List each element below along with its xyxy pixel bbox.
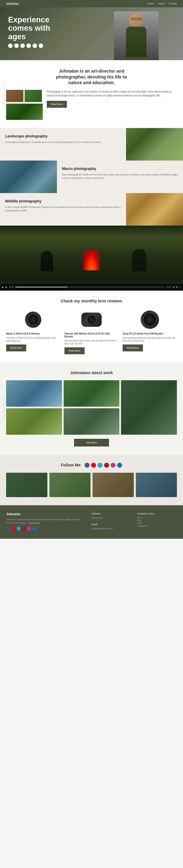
footer-brand-name: Johnatan: [6, 513, 85, 516]
footer-linkedin[interactable]: [33, 527, 37, 531]
footer-instagram[interactable]: [27, 527, 31, 531]
volume-icon[interactable]: 🔊: [172, 286, 175, 288]
cat-macro-desc: Many photographers today want to know ho…: [62, 173, 178, 180]
footer-brand-desc: Vestibulum id justo porta felis euismod.…: [6, 518, 85, 525]
work-item-3: [121, 380, 177, 435]
nav-contact[interactable]: Contact: [169, 2, 177, 5]
cat-landscape-title: Landscape photography: [5, 134, 121, 138]
lens-read-more-nikon[interactable]: Read More: [6, 344, 26, 351]
hero-social-facebook[interactable]: [8, 43, 12, 48]
nav-links: Home About Contact: [147, 2, 177, 5]
about-heading: Johnatan is an art-director and photogra…: [51, 68, 132, 86]
follow-me-section: Follow Me: [0, 455, 183, 505]
footer-link-blog[interactable]: Blog: [137, 519, 177, 522]
hero-social-twitter[interactable]: [20, 43, 25, 48]
footer-company-links-label: Company Links: [137, 513, 177, 515]
follow-instagram[interactable]: [111, 463, 116, 468]
category-landscape: Landscape photography Landscape photogra…: [0, 128, 183, 160]
nav-about[interactable]: About: [158, 2, 164, 5]
lens-title-tamron: Tamron 100-400mm f/4.5-6.3 Di VC USD Rev…: [64, 332, 119, 338]
lens-read-more-tamron[interactable]: Read More: [64, 347, 85, 354]
lens-title-sony: Sony FE 12-24mm f/2.8 GM Review: [123, 332, 177, 335]
lens-read-more-sony[interactable]: Read More: [123, 344, 143, 351]
footer-email-value: info@domainname.com: [92, 527, 131, 530]
navigation: Johnatan Home About Contact: [0, 0, 183, 7]
follow-img-1: [6, 473, 48, 497]
cat-landscape-image: [126, 128, 183, 160]
follow-linkedin[interactable]: [117, 463, 122, 468]
skip-button[interactable]: ⏭: [5, 286, 7, 288]
lens-desc-nikon: The Nikon Z 20mm f/1.8 S is a profession…: [6, 336, 60, 342]
video-section: ▶ ⏭ 10:44 17:35 🔊 ⚙ ⛶: [0, 225, 183, 290]
video-player: ▶ ⏭ 10:44 17:35 🔊 ⚙ ⛶: [0, 225, 183, 290]
footer-brand-col: Johnatan Vestibulum id justo porta felis…: [6, 513, 85, 531]
latest-work-section: Johnatans latest work See More: [0, 362, 183, 455]
follow-facebook[interactable]: [85, 463, 89, 468]
footer-address-value: Street name: [92, 517, 131, 520]
follow-youtube[interactable]: [91, 463, 96, 468]
lens-desc-tamron: Announced just eight months after the Si…: [64, 339, 119, 345]
cat-landscape-desc: Landscape photography is a popular genre…: [5, 141, 121, 144]
lens-card-sony: Sony FE 12-24mm f/2.8 GM Review Sony unv…: [123, 310, 177, 354]
follow-social-icons: [85, 463, 122, 468]
footer: Johnatan Vestibulum id justo porta felis…: [0, 505, 183, 539]
follow-pinterest[interactable]: [104, 463, 109, 468]
follow-img-2: [50, 473, 91, 497]
video-time-total: 17:35: [166, 286, 171, 288]
footer-youtube[interactable]: [11, 527, 16, 531]
about-images: [6, 90, 43, 120]
settings-icon[interactable]: ⚙: [176, 286, 178, 288]
footer-unsubscribe-link[interactable]: Unsubscribe: [29, 522, 40, 524]
read-more-button[interactable]: Read More: [47, 101, 67, 108]
follow-twitter[interactable]: [98, 463, 102, 468]
lens-barrel-tamron: [81, 313, 102, 327]
hero-social-instagram[interactable]: [33, 43, 37, 48]
hero-image: [114, 11, 159, 60]
lens-image-nikon: [6, 310, 60, 330]
nav-logo[interactable]: Johnatan: [6, 2, 19, 5]
landscape-photo: [126, 128, 183, 160]
footer-address-col: Address Street name Email info@domainnam…: [92, 513, 131, 531]
about-img-3: [6, 104, 43, 120]
categories-section: Landscape photography Landscape photogra…: [0, 128, 183, 225]
fullscreen-icon[interactable]: ⛶: [179, 286, 181, 288]
nav-home[interactable]: Home: [147, 2, 154, 5]
hero-social-links: [8, 43, 65, 48]
footer-link-home[interactable]: Home: [137, 517, 177, 519]
see-more-button[interactable]: See More: [74, 439, 109, 446]
hero-text-block: Experience comes with ages: [8, 16, 65, 48]
play-button[interactable]: ▶: [2, 286, 4, 288]
footer-columns: Johnatan Vestibulum id justo porta felis…: [6, 513, 177, 531]
hero-social-pinterest[interactable]: [26, 43, 31, 48]
hero-social-youtube[interactable]: [14, 43, 19, 48]
lens-card-nikon: Nikon Z 20mm f/1.8 S Review The Nikon Z …: [6, 310, 60, 354]
footer-link-shop[interactable]: Shop: [137, 522, 177, 524]
category-wildlife: Wildlife photography In this in-depth Wi…: [0, 193, 183, 225]
latest-work-heading: Johnatans latest work: [6, 371, 177, 375]
footer-social-icons: [6, 527, 85, 531]
cat-landscape-text: Landscape photography Landscape photogra…: [0, 128, 126, 160]
hero-social-linkedin[interactable]: [39, 43, 43, 48]
footer-link-contact[interactable]: Contact Us: [137, 525, 177, 527]
footer-facebook[interactable]: [6, 527, 10, 531]
cat-macro-image: [0, 160, 57, 193]
lens-barrel-sony: [141, 311, 159, 329]
about-body: Photography is the art, application and …: [47, 90, 177, 98]
footer-pinterest[interactable]: [22, 527, 26, 531]
cat-macro-text: Macro photography Many photographers tod…: [57, 160, 183, 193]
lens-grid: Nikon Z 20mm f/1.8 S Review The Nikon Z …: [6, 310, 177, 354]
cat-wildlife-image: [126, 193, 183, 225]
lens-desc-sony: Sony unveiled its high-end ultra-wide an…: [123, 336, 177, 342]
work-item-2: [64, 380, 120, 407]
macro-photo: [0, 160, 57, 193]
lens-reviews-heading: Check my monthly lens reviews: [6, 299, 177, 303]
lens-card-tamron: Tamron 100-400mm f/4.5-6.3 Di VC USD Rev…: [64, 310, 119, 354]
wildlife-photo: [126, 193, 183, 225]
category-macro: Macro photography Many photographers tod…: [0, 160, 183, 193]
footer-links-col: Company Links Home Blog Shop Contact Us: [137, 513, 177, 531]
follow-image-grid: [6, 473, 177, 497]
deco-zigzag-left: [2, 82, 6, 106]
video-progress-bar[interactable]: [15, 287, 164, 287]
footer-twitter[interactable]: [17, 527, 21, 531]
lens-barrel-nikon: [25, 312, 41, 328]
